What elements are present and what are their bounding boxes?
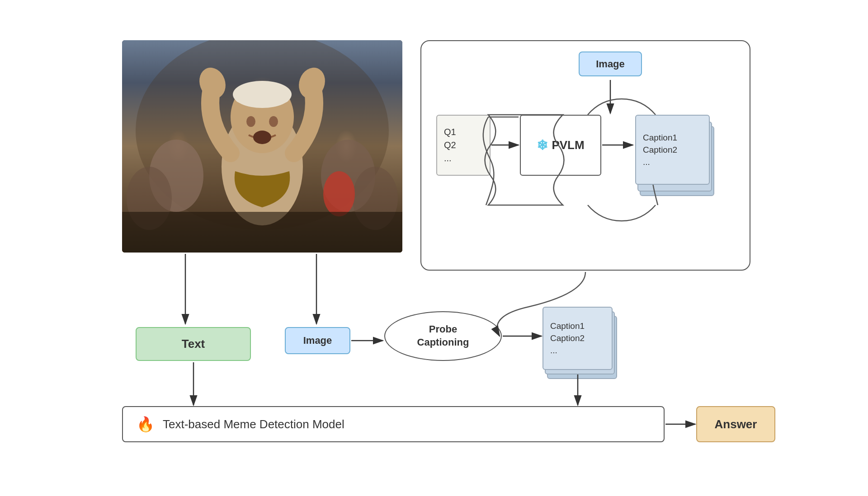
probe-captioning-label: ProbeCaptioning: [417, 323, 469, 349]
pvlm-box: ❄ PVLM: [520, 115, 601, 176]
answer-label: Answer: [715, 417, 757, 431]
diagram-container: Image Q1 Q2 ... ❄ PVLM Caption1 Caption2…: [95, 27, 773, 469]
fire-icon: 🔥: [137, 416, 155, 433]
image-top-label: Image: [596, 58, 625, 70]
caption-bottom-ellipsis: ...: [550, 346, 557, 356]
svg-point-8: [269, 116, 278, 127]
caption-bottom-1: Caption1: [550, 321, 585, 331]
image-box-bottom: Image: [285, 327, 350, 354]
queries-box: Q1 Q2 ...: [436, 115, 491, 176]
captions-box-top: Caption1 Caption2 ...: [635, 115, 710, 185]
image-box-top: Image: [579, 51, 642, 76]
pvlm-label: PVLM: [552, 138, 584, 152]
svg-point-14: [323, 171, 355, 216]
svg-point-7: [246, 116, 255, 127]
image-bottom-label: Image: [303, 335, 332, 346]
caption-top-2: Caption2: [643, 145, 677, 155]
snowflake-icon: ❄: [537, 137, 548, 153]
query-q1-label: Q1: [444, 127, 456, 137]
svg-rect-4: [235, 94, 289, 103]
svg-point-9: [253, 131, 271, 144]
detection-model-box: 🔥 Text-based Meme Detection Model: [122, 406, 665, 442]
probe-captioning-box: ProbeCaptioning: [384, 311, 502, 361]
meme-image: [122, 40, 402, 253]
caption-top-1: Caption1: [643, 133, 677, 143]
svg-rect-15: [122, 212, 402, 253]
text-label: Text: [182, 337, 205, 351]
caption-top-ellipsis: ...: [643, 157, 650, 167]
captions-box-bottom: Caption1 Caption2 ...: [542, 307, 613, 370]
text-box: Text: [136, 327, 251, 361]
query-q2-label: Q2: [444, 140, 456, 150]
query-ellipsis-label: ...: [444, 153, 452, 164]
meme-figure-svg: [122, 40, 402, 253]
caption-bottom-2: Caption2: [550, 333, 585, 343]
answer-box: Answer: [696, 406, 775, 442]
detection-model-label: Text-based Meme Detection Model: [163, 417, 344, 431]
